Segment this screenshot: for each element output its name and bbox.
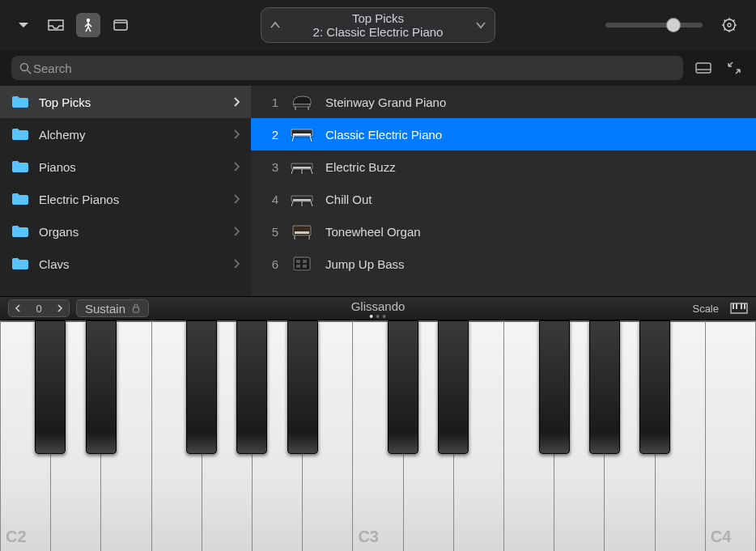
svg-rect-39 xyxy=(296,260,300,263)
preset-label: Classic Electric Piano xyxy=(325,128,442,142)
svg-line-23 xyxy=(310,136,312,142)
svg-line-31 xyxy=(291,201,293,206)
octave-up-icon[interactable] xyxy=(51,300,69,316)
svg-rect-15 xyxy=(696,63,711,73)
svg-rect-30 xyxy=(293,199,311,201)
chevron-right-icon xyxy=(233,227,240,236)
svg-rect-41 xyxy=(296,265,300,268)
chevron-right-icon xyxy=(233,129,240,139)
svg-line-27 xyxy=(311,169,312,174)
preset-prev-icon[interactable] xyxy=(261,8,289,42)
keyboard-view-icon[interactable] xyxy=(76,13,100,37)
preset-title-line2: 2: Classic Electric Piano xyxy=(289,25,467,39)
svg-rect-34 xyxy=(293,226,311,235)
inbox-icon[interactable] xyxy=(44,13,68,37)
sustain-toggle[interactable]: Sustain xyxy=(76,299,149,317)
volume-thumb[interactable] xyxy=(666,18,681,32)
category-label: Pianos xyxy=(39,160,76,174)
svg-rect-25 xyxy=(293,167,311,169)
black-key[interactable] xyxy=(639,320,670,454)
search-input[interactable] xyxy=(32,61,675,76)
category-label: Organs xyxy=(39,225,79,239)
preset-number: 1 xyxy=(262,95,278,109)
category-organs[interactable]: Organs xyxy=(0,215,251,248)
preset-next-icon[interactable] xyxy=(467,8,495,42)
folder-icon xyxy=(11,95,29,108)
category-pianos[interactable]: Pianos xyxy=(0,150,251,183)
search-row xyxy=(0,50,756,86)
search-field[interactable] xyxy=(11,56,683,80)
pad-icon xyxy=(290,253,314,274)
preset-jump-up-bass[interactable]: 6Jump Up Bass xyxy=(251,248,756,280)
svg-rect-46 xyxy=(736,303,737,309)
svg-rect-35 xyxy=(295,231,309,234)
chevron-right-icon xyxy=(233,259,240,269)
preset-electric-buzz[interactable]: 3Electric Buzz xyxy=(251,150,756,183)
preset-title: Top Picks 2: Classic Electric Piano xyxy=(289,11,467,40)
svg-line-12 xyxy=(733,20,735,22)
black-key[interactable] xyxy=(388,320,418,454)
folder-icon xyxy=(11,128,29,141)
folder-icon xyxy=(11,193,29,206)
keyboard-controls: 0 Sustain Glissando Scale xyxy=(0,296,756,320)
preset-label: Steinway Grand Piano xyxy=(325,95,446,109)
preset-number: 4 xyxy=(262,193,278,206)
preset-label: Electric Buzz xyxy=(325,160,396,174)
scale-button[interactable]: Scale xyxy=(692,303,719,315)
preset-list: 1Steinway Grand Piano2Classic Electric P… xyxy=(251,86,756,296)
preset-tonewheel-organ[interactable]: 5Tonewheel Organ xyxy=(251,215,756,248)
black-key[interactable] xyxy=(589,320,620,454)
keyboard-mode[interactable]: Glissando xyxy=(351,299,406,318)
svg-line-32 xyxy=(311,201,312,206)
black-key[interactable] xyxy=(438,320,469,454)
svg-rect-45 xyxy=(733,303,734,309)
chevron-right-icon xyxy=(233,97,240,107)
svg-rect-43 xyxy=(134,307,139,312)
volume-slider[interactable] xyxy=(605,23,703,28)
category-clavs[interactable]: Clavs xyxy=(0,248,251,280)
category-label: Top Picks xyxy=(39,95,91,109)
category-label: Clavs xyxy=(39,257,70,271)
black-key[interactable] xyxy=(287,320,318,454)
white-key[interactable] xyxy=(706,320,756,551)
black-key[interactable] xyxy=(35,320,66,454)
black-key[interactable] xyxy=(186,320,217,454)
svg-line-11 xyxy=(724,29,726,31)
layout-toggle-icon[interactable] xyxy=(693,57,714,78)
category-label: Electric Pianos xyxy=(39,193,119,206)
svg-line-9 xyxy=(724,20,726,22)
preset-steinway-grand-piano[interactable]: 1Steinway Grand Piano xyxy=(251,86,756,118)
octave-stepper[interactable]: 0 xyxy=(8,299,70,317)
svg-rect-38 xyxy=(294,257,310,270)
preset-classic-electric-piano[interactable]: 2Classic Electric Piano xyxy=(251,118,756,150)
preset-selector[interactable]: Top Picks 2: Classic Electric Piano xyxy=(261,7,495,43)
category-top-picks[interactable]: Top Picks xyxy=(0,86,251,118)
settings-gear-icon[interactable] xyxy=(717,13,741,37)
preset-chill-out[interactable]: 4Chill Out xyxy=(251,183,756,215)
category-alchemy[interactable]: Alchemy xyxy=(0,118,251,150)
top-toolbar: Top Picks 2: Classic Electric Piano xyxy=(0,0,756,50)
svg-point-4 xyxy=(728,23,731,27)
collapse-icon[interactable] xyxy=(724,57,745,78)
menu-dropdown-icon[interactable] xyxy=(11,13,36,37)
preset-number: 6 xyxy=(262,257,278,271)
svg-rect-40 xyxy=(303,260,307,263)
synth-icon xyxy=(290,189,314,210)
window-icon[interactable] xyxy=(108,13,133,37)
black-key[interactable] xyxy=(86,320,117,454)
page-dots xyxy=(351,315,406,318)
octave-down-icon[interactable] xyxy=(9,300,27,316)
svg-line-22 xyxy=(292,136,294,142)
category-electric-pianos[interactable]: Electric Pianos xyxy=(0,183,251,215)
black-key[interactable] xyxy=(539,320,570,454)
organ-icon xyxy=(290,221,314,242)
grand-piano-icon xyxy=(290,91,314,112)
svg-rect-17 xyxy=(294,104,310,107)
sustain-label: Sustain xyxy=(85,302,125,316)
keyboard-size-icon[interactable] xyxy=(730,303,748,314)
octave-value: 0 xyxy=(27,303,51,315)
piano-keyboard[interactable] xyxy=(0,320,756,551)
preset-number: 3 xyxy=(262,160,278,174)
svg-line-14 xyxy=(28,70,31,74)
black-key[interactable] xyxy=(236,320,267,454)
